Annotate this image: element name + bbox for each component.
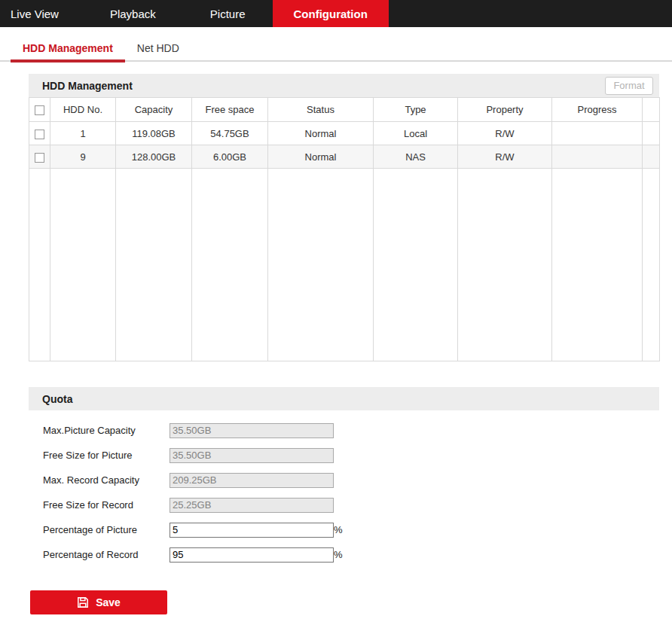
quota-section-header: Quota: [29, 387, 659, 410]
percentage-record-input[interactable]: [170, 547, 334, 563]
col-capacity: Capacity: [116, 98, 192, 122]
max-record-capacity-field: [170, 473, 334, 488]
save-icon: [77, 596, 89, 608]
sub-tabbar: HDD Management Net HDD: [0, 35, 672, 62]
field-row-max-record-capacity: Max. Record Capacity: [43, 468, 659, 492]
field-label: Max.Picture Capacity: [43, 425, 170, 436]
field-label: Percentage of Picture: [43, 524, 170, 535]
row-checkbox[interactable]: [35, 130, 44, 139]
quota-fields: Max.Picture Capacity Free Size for Pictu…: [29, 410, 659, 567]
col-status: Status: [268, 98, 374, 122]
row-select-cell: [29, 145, 50, 169]
cell-type: Local: [374, 122, 458, 145]
col-spacer: [643, 98, 660, 122]
select-all-cell: [29, 98, 50, 122]
hdd-section-header: HDD Management Format: [29, 74, 659, 97]
cell-capacity: 119.08GB: [116, 122, 192, 145]
nav-item-picture[interactable]: Picture: [183, 0, 273, 27]
cell-capacity: 128.00GB: [116, 145, 192, 169]
cell-status: Normal: [268, 122, 374, 145]
cell-hdd-no: 9: [50, 145, 116, 169]
tab-hdd-management[interactable]: HDD Management: [11, 35, 125, 63]
free-size-picture-field: [170, 448, 334, 463]
cell-spacer: [643, 145, 660, 169]
nav-item-configuration[interactable]: Configuration: [273, 0, 389, 27]
cell-status: Normal: [268, 145, 374, 169]
col-property: Property: [458, 98, 552, 122]
field-row-free-size-picture: Free Size for Picture: [43, 443, 659, 468]
table-row: 1 119.08GB 54.75GB Normal Local R/W: [29, 122, 660, 145]
field-row-max-picture-capacity: Max.Picture Capacity: [43, 418, 659, 443]
cell-property: R/W: [458, 122, 552, 145]
col-hdd-no: HDD No.: [50, 98, 116, 122]
max-picture-capacity-field: [170, 423, 334, 438]
field-label: Max. Record Capacity: [43, 474, 170, 486]
cell-free-space: 6.00GB: [192, 145, 268, 169]
cell-hdd-no: 1: [50, 122, 116, 145]
quota-section-title: Quota: [42, 393, 72, 405]
col-type: Type: [374, 98, 458, 122]
row-checkbox[interactable]: [35, 153, 44, 163]
tab-net-hdd[interactable]: Net HDD: [125, 35, 191, 63]
cell-free-space: 54.75GB: [192, 122, 268, 145]
field-row-percentage-picture: Percentage of Picture %: [43, 517, 659, 542]
select-all-checkbox[interactable]: [35, 105, 44, 115]
cell-type: NAS: [374, 145, 458, 169]
table-empty-area: [29, 169, 660, 361]
table-row: 9 128.00GB 6.00GB Normal NAS R/W: [29, 145, 660, 169]
field-row-percentage-record: Percentage of Record %: [43, 542, 659, 567]
row-select-cell: [29, 122, 50, 145]
col-free-space: Free space: [192, 98, 268, 122]
field-label: Percentage of Record: [43, 549, 170, 560]
cell-progress: [552, 145, 643, 169]
col-progress: Progress: [552, 98, 643, 122]
content-area: HDD Management Format HDD No. Capacity F…: [29, 74, 659, 614]
save-button-label: Save: [96, 596, 121, 608]
free-size-record-field: [170, 498, 334, 513]
save-button[interactable]: Save: [30, 590, 167, 614]
field-label: Free Size for Picture: [43, 450, 170, 461]
cell-progress: [552, 122, 643, 145]
field-row-free-size-record: Free Size for Record: [43, 492, 659, 517]
table-header-row: HDD No. Capacity Free space Status Type …: [29, 98, 660, 122]
format-button[interactable]: Format: [605, 77, 653, 95]
page: Live View Playback Picture Configuration…: [0, 0, 672, 622]
nav-item-playback[interactable]: Playback: [83, 0, 183, 27]
percent-suffix: %: [334, 549, 343, 560]
hdd-table: HDD No. Capacity Free space Status Type …: [29, 97, 660, 361]
top-nav: Live View Playback Picture Configuration: [0, 0, 672, 27]
hdd-section-title: HDD Management: [42, 80, 133, 92]
nav-item-live-view[interactable]: Live View: [0, 0, 83, 27]
cell-property: R/W: [458, 145, 552, 169]
percent-suffix: %: [334, 524, 343, 535]
cell-spacer: [643, 122, 660, 145]
percentage-picture-input[interactable]: [170, 523, 334, 538]
field-label: Free Size for Record: [43, 499, 170, 511]
